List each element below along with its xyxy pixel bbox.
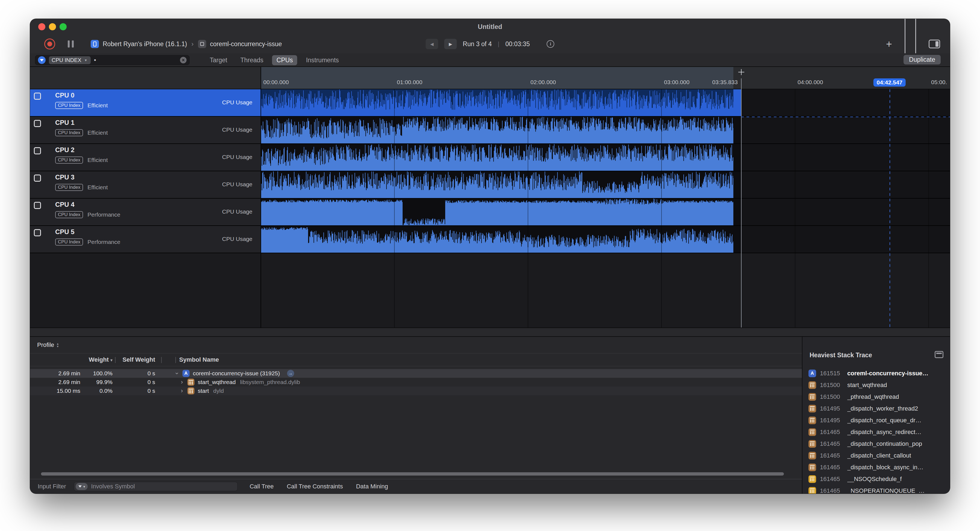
stack-frame[interactable]: A161515coreml-concurrency-issue… bbox=[802, 367, 950, 379]
button-call-tree[interactable]: Call Tree bbox=[250, 483, 274, 490]
column-divider bbox=[161, 357, 162, 363]
track-checkbox[interactable] bbox=[34, 229, 41, 236]
target-breadcrumb[interactable]: Robert Ryan's iPhone (16.1.1) › coreml-c… bbox=[91, 40, 282, 48]
track-row[interactable]: CPU 5CPU IndexPerformanceCPU Usage bbox=[30, 226, 950, 253]
frame-count: 161465 bbox=[820, 429, 843, 436]
column-weight[interactable]: Weight▾ bbox=[30, 356, 113, 363]
track-filter-field[interactable]: CPU INDEX ▾ • × bbox=[35, 55, 189, 65]
track-meta: CPU IndexPerformance bbox=[55, 238, 120, 246]
target-app-icon bbox=[198, 40, 206, 48]
stack-frame[interactable]: 161465_NSOPERATIONQUEUE_… bbox=[802, 485, 950, 494]
timeline-ruler[interactable]: 03:35.833 04:42.547 00:00.00001:00.00002… bbox=[30, 67, 950, 89]
run-navigator: ◀ ▶ Run 3 of 4 | 00:03:35 i bbox=[426, 35, 554, 53]
track-recorded-region bbox=[261, 144, 741, 171]
track-header: CPU 5CPU IndexPerformanceCPU Usage bbox=[30, 226, 261, 253]
track-row[interactable]: CPU 3CPU IndexEfficientCPU Usage bbox=[30, 171, 950, 199]
timeline-gridline bbox=[528, 89, 528, 328]
track-checkbox[interactable] bbox=[34, 202, 41, 209]
frame-count: 161465 bbox=[820, 475, 843, 483]
toggle-right-panel-icon[interactable] bbox=[929, 40, 940, 48]
track-core-type: Performance bbox=[88, 239, 120, 245]
info-icon[interactable]: i bbox=[547, 40, 554, 48]
disclosure-icon[interactable]: › bbox=[180, 378, 184, 386]
run-label: Run 3 of 4 bbox=[463, 40, 492, 48]
column-symbol-name[interactable]: Symbol Name bbox=[179, 356, 219, 363]
chevron-down-icon: ▾ bbox=[83, 485, 85, 489]
button-call-tree-constraints[interactable]: Call Tree Constraints bbox=[287, 483, 343, 490]
timeline-scroll-strip[interactable] bbox=[30, 328, 950, 336]
stack-frame[interactable]: 161465_dispatch_block_async_in… bbox=[802, 461, 950, 473]
filter-kind-token[interactable]: ▾ bbox=[76, 483, 88, 490]
horizontal-scrollbar[interactable] bbox=[41, 472, 784, 475]
track-recorded-region bbox=[261, 226, 741, 253]
filter-token[interactable]: CPU INDEX ▾ bbox=[49, 56, 91, 64]
track-plot-area bbox=[261, 144, 950, 171]
pause-button[interactable] bbox=[68, 40, 74, 48]
track-row[interactable]: CPU 0CPU IndexEfficientCPU Usage bbox=[30, 89, 950, 117]
stack-frame[interactable]: 161465_dispatch_continuation_pop bbox=[802, 438, 950, 450]
stack-frame[interactable]: 161465_dispatch_client_callout bbox=[802, 450, 950, 461]
track-checkbox[interactable] bbox=[34, 147, 41, 154]
record-button[interactable] bbox=[44, 38, 55, 49]
stack-frame[interactable]: 161465__NSOQSchedule_f bbox=[802, 473, 950, 485]
input-filter-label: Input Filter bbox=[38, 483, 66, 490]
stack-panel-icon[interactable] bbox=[935, 351, 943, 358]
tab-cpus[interactable]: CPUs bbox=[272, 55, 297, 65]
frame-name: _dispatch_client_callout bbox=[847, 452, 915, 459]
sort-chevron-icon: ▾ bbox=[110, 358, 113, 362]
column-divider bbox=[115, 357, 116, 363]
track-title: CPU 0 bbox=[55, 92, 75, 99]
column-self-weight[interactable]: Self Weight bbox=[117, 356, 155, 363]
crosshair-icon bbox=[738, 69, 744, 75]
frame-name: coreml-concurrency-issue… bbox=[847, 370, 932, 377]
track-badge: CPU Index bbox=[55, 184, 83, 191]
detail-type-selector[interactable]: Profile ▴▾ bbox=[30, 337, 802, 353]
stack-frame[interactable]: 161495_dispatch_root_queue_dr… bbox=[802, 414, 950, 426]
app-icon: A bbox=[808, 370, 816, 377]
stack-frame[interactable]: 161500_pthread_wqthread bbox=[802, 391, 950, 402]
disclosure-icon[interactable]: › bbox=[173, 371, 181, 375]
track-usage-label: CPU Usage bbox=[222, 99, 252, 106]
track-meta: CPU IndexEfficient bbox=[55, 102, 108, 109]
ruler-tick-label: 00:00.000 bbox=[263, 79, 289, 86]
ruler-tick-label: 04:00.000 bbox=[797, 79, 823, 86]
next-run-button[interactable]: ▶ bbox=[444, 39, 457, 49]
focus-arrow-button[interactable]: → bbox=[287, 370, 294, 377]
funnel-icon bbox=[78, 485, 82, 488]
duplicate-button[interactable]: Duplicate bbox=[904, 55, 941, 64]
symbol-library: libsystem_pthread.dylib bbox=[240, 379, 300, 385]
track-row[interactable]: CPU 4CPU IndexPerformanceCPU Usage bbox=[30, 199, 950, 226]
clear-filter-button[interactable]: × bbox=[180, 57, 186, 64]
track-header: CPU 3CPU IndexEfficientCPU Usage bbox=[30, 171, 261, 198]
track-badge: CPU Index bbox=[55, 129, 83, 136]
track-row[interactable]: CPU 2CPU IndexEfficientCPU Usage bbox=[30, 144, 950, 171]
previous-run-button[interactable]: ◀ bbox=[426, 39, 438, 49]
disclosure-icon[interactable]: › bbox=[180, 387, 184, 394]
track-checkbox[interactable] bbox=[34, 120, 41, 127]
tab-target[interactable]: Target bbox=[205, 55, 232, 65]
profile-row[interactable]: 15.00 ms0.0%0 s›startdyld bbox=[30, 386, 802, 395]
cpu-usage-waveform bbox=[261, 144, 733, 171]
track-checkbox[interactable] bbox=[34, 92, 41, 100]
inspection-time-badge[interactable]: 04:42.547 bbox=[873, 78, 906, 87]
timeline-gridline bbox=[928, 89, 929, 328]
track-plot-area bbox=[261, 89, 950, 116]
track-row[interactable]: CPU 1CPU IndexEfficientCPU Usage bbox=[30, 117, 950, 144]
track-list: CPU 0CPU IndexEfficientCPU UsageCPU 1CPU… bbox=[30, 89, 950, 253]
track-checkbox[interactable] bbox=[34, 175, 41, 182]
profile-row[interactable]: 2.69 min100.0%0 s›Acoreml-concurrency-is… bbox=[30, 369, 802, 378]
button-data-mining[interactable]: Data Mining bbox=[356, 483, 388, 490]
symbol-name: coreml-concurrency-issue (31925) bbox=[193, 370, 280, 377]
playhead-line[interactable] bbox=[741, 78, 741, 328]
add-instrument-button[interactable]: + bbox=[886, 39, 892, 49]
tab-threads[interactable]: Threads bbox=[236, 55, 268, 65]
profile-row[interactable]: 2.69 min99.9%0 s›start_wqthreadlibsystem… bbox=[30, 378, 802, 386]
stack-frame[interactable]: 161495_dispatch_worker_thread2 bbox=[802, 402, 950, 414]
tab-instruments[interactable]: Instruments bbox=[302, 55, 343, 65]
ruler-tick-label: 03:00.000 bbox=[664, 79, 689, 86]
library-icon bbox=[808, 393, 816, 401]
stack-frame[interactable]: 161500start_wqthread bbox=[802, 379, 950, 391]
symbol-filter-field[interactable]: ▾ Involves Symbol bbox=[74, 482, 238, 491]
frame-count: 161495 bbox=[820, 417, 843, 424]
stack-frame[interactable]: 161465_dispatch_async_redirect… bbox=[802, 426, 950, 438]
